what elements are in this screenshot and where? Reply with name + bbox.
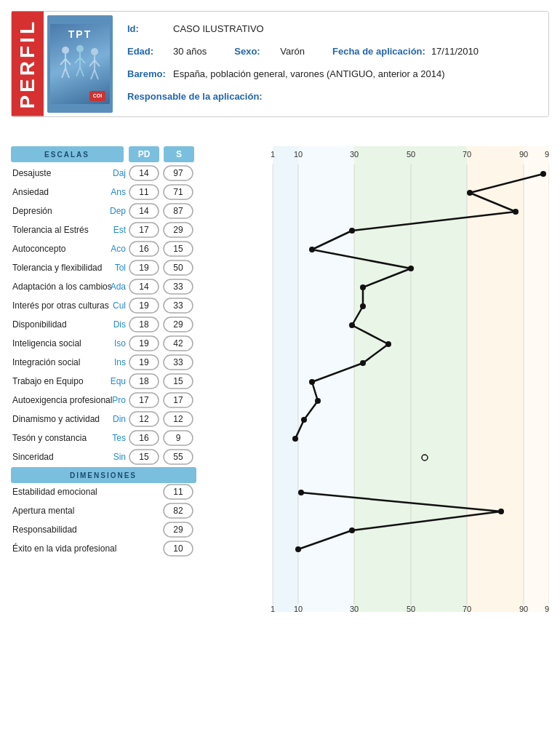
row-name-1: Ansiedad <box>12 187 49 197</box>
svg-rect-20 <box>354 146 467 612</box>
row-name-10: Integración social <box>12 357 80 367</box>
row-name-3: Tolerancia al Estrés <box>12 225 89 235</box>
fecha-label: Fecha de aplicación: <box>332 46 425 57</box>
row-abbr-13: Din <box>113 414 126 424</box>
svg-line-3 <box>65 59 71 65</box>
row-name-5: Tolerancia y flexibilidad <box>12 263 102 273</box>
svg-point-0 <box>62 47 69 54</box>
escalas-header: ESCALAS <box>44 151 89 159</box>
dim-point-2 <box>349 527 355 533</box>
point-0 <box>540 171 546 177</box>
axis-top-10: 10 <box>294 150 303 159</box>
dim-point-3 <box>295 546 301 552</box>
svg-line-9 <box>80 57 85 63</box>
row-abbr-0: Daj <box>113 168 126 178</box>
s-header: S <box>176 149 182 159</box>
dim-s-2: 29 <box>173 525 183 535</box>
row-pd-7: 19 <box>139 300 149 311</box>
chart-area: ESCALAS PD S 1 10 30 50 70 90 99 <box>11 124 549 658</box>
axis-bottom-30: 30 <box>350 605 359 613</box>
book-tpt-label: TPT <box>68 28 92 40</box>
row-name-2: Depresión <box>12 206 52 216</box>
dim-name-2: Responsabilidad <box>12 525 77 535</box>
row-pd-15: 15 <box>139 452 149 462</box>
svg-line-10 <box>76 67 80 76</box>
header-info: Id: CASO ILUSTRATIVO Edad: 30 años Sexo:… <box>116 12 548 116</box>
axis-top-99: 99 <box>545 150 549 159</box>
row-s-5: 50 <box>173 263 183 273</box>
dim-point-0 <box>298 490 304 495</box>
dim-name-1: Apertura mental <box>12 506 74 516</box>
axis-top-50: 50 <box>407 150 415 159</box>
row-s-3: 29 <box>173 225 183 235</box>
pd-header: PD <box>138 149 151 159</box>
row-s-10: 33 <box>173 357 183 367</box>
row-name-13: Dinamismo y actividad <box>12 414 100 424</box>
row-abbr-12: Pro <box>112 395 126 405</box>
profile-chart: ESCALAS PD S 1 10 30 50 70 90 99 <box>11 124 549 656</box>
row-pd-2: 14 <box>139 206 149 216</box>
row-abbr-7: Cul <box>113 300 126 311</box>
dim-point-1 <box>498 509 504 514</box>
row-abbr-1: Ans <box>111 187 126 197</box>
row-pd-5: 19 <box>139 263 149 273</box>
axis-top-70: 70 <box>463 150 471 159</box>
point-3 <box>349 228 355 234</box>
sexo-label: Sexo: <box>234 46 274 57</box>
row-pd-12: 17 <box>139 395 149 405</box>
book-logo: COI <box>89 91 105 101</box>
svg-line-5 <box>65 68 69 78</box>
perfil-label: PERFIL <box>12 12 44 116</box>
row-abbr-2: Dep <box>110 206 126 216</box>
edad-label: Edad: <box>127 46 167 57</box>
svg-line-4 <box>62 68 65 78</box>
svg-line-17 <box>95 70 98 79</box>
point-2 <box>513 209 519 215</box>
fecha-value: 17/11/2010 <box>431 46 479 57</box>
row-name-9: Inteligencia social <box>12 338 81 348</box>
row-name-12: Autoexigencia profesional <box>12 395 112 405</box>
dim-name-0: Estabilidad emocional <box>12 487 97 497</box>
edad-value: 30 años <box>173 46 207 57</box>
dim-s-3: 10 <box>173 543 183 554</box>
row-pd-0: 14 <box>139 168 149 178</box>
row-s-2: 87 <box>173 206 183 216</box>
row-abbr-6: Ada <box>111 282 127 292</box>
axis-top-1: 1 <box>271 150 275 159</box>
svg-point-6 <box>76 45 84 52</box>
row-name-0: Desajuste <box>12 168 52 178</box>
row-abbr-8: Dis <box>113 319 126 330</box>
row-abbr-4: Aco <box>111 244 126 254</box>
book-cover: TPT <box>47 15 113 113</box>
point-11 <box>309 379 315 385</box>
svg-rect-19 <box>298 146 354 612</box>
row-s-15: 55 <box>173 452 183 462</box>
row-abbr-10: Ins <box>114 357 126 367</box>
svg-rect-22 <box>524 146 549 612</box>
row-pd-8: 18 <box>139 319 149 330</box>
row-s-14: 9 <box>176 433 181 443</box>
responsable-label: Responsable de la aplicación: <box>127 91 263 102</box>
row-s-0: 97 <box>173 168 183 178</box>
row-abbr-3: Est <box>113 225 127 235</box>
row-abbr-14: Tes <box>112 433 126 443</box>
sexo-value: Varón <box>280 46 305 57</box>
point-14 <box>292 436 298 442</box>
row-name-14: Tesón y constancia <box>12 433 87 443</box>
row-s-13: 12 <box>173 414 183 424</box>
baremo-label: Baremo: <box>127 68 167 79</box>
row-abbr-9: Iso <box>114 338 126 348</box>
row-s-12: 17 <box>173 395 183 405</box>
point-5 <box>408 266 414 271</box>
axis-bottom-1: 1 <box>271 605 275 613</box>
row-pd-11: 18 <box>139 376 149 386</box>
row-s-1: 71 <box>173 187 183 197</box>
axis-bottom-10: 10 <box>294 605 303 613</box>
row-pd-4: 16 <box>139 244 149 254</box>
id-value: CASO ILUSTRATIVO <box>173 23 264 34</box>
row-pd-6: 14 <box>139 282 149 292</box>
row-abbr-15: Sin <box>113 452 126 462</box>
baremo-value: España, población general, varones (ANTI… <box>173 68 445 79</box>
row-pd-13: 12 <box>139 414 149 424</box>
axis-bottom-99: 99 <box>545 605 549 613</box>
